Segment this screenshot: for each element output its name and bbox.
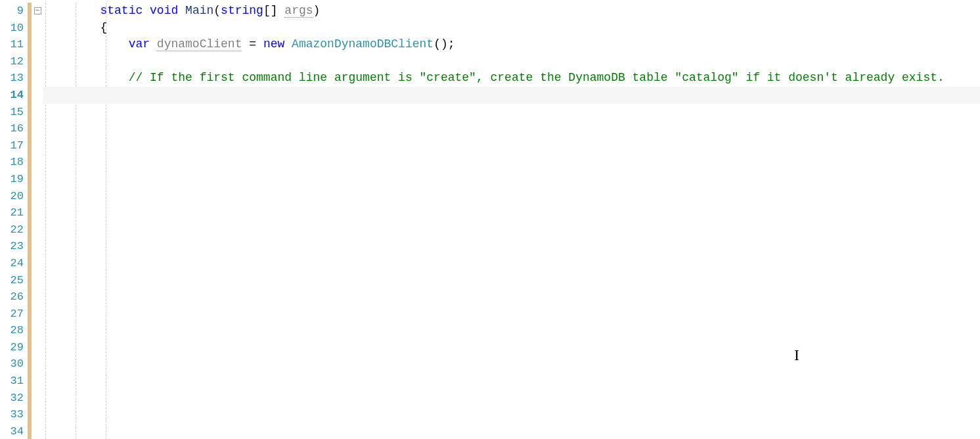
line-number: 13 (0, 70, 28, 87)
code-line[interactable] (43, 154, 980, 171)
line-number: 22 (0, 221, 28, 239)
indent (43, 37, 129, 51)
method-name: Main (185, 4, 213, 17)
line-number: 19 (0, 171, 28, 188)
line-number-gutter: 9101112131415161718192021222324252627282… (0, 0, 28, 439)
line-number: 11 (0, 36, 28, 53)
line-number: 32 (0, 390, 28, 407)
line-number: 25 (0, 272, 28, 289)
code-line[interactable] (43, 204, 980, 221)
keyword-var: var (129, 37, 150, 51)
line-number: 14 (0, 87, 28, 104)
fold-toggle[interactable]: − (34, 7, 41, 14)
code-line[interactable] (43, 221, 980, 239)
paren-open: ( (213, 4, 221, 17)
code-line[interactable] (43, 289, 980, 306)
comment: // If the first command line argument is… (129, 71, 945, 84)
code-line[interactable] (43, 373, 980, 390)
code-line[interactable] (43, 120, 980, 137)
line-number: 33 (0, 406, 28, 423)
code-line[interactable] (43, 406, 980, 423)
array-brackets: [] (263, 4, 278, 17)
code-line[interactable]: var dynamoClient = new AmazonDynamoDBCli… (43, 36, 980, 53)
line-number: 20 (0, 188, 28, 205)
line-number: 26 (0, 289, 28, 306)
code-line-current[interactable] (43, 87, 980, 104)
line-number: 29 (0, 339, 28, 356)
var-dynamoclient: dynamoClient (157, 37, 242, 51)
line-number: 28 (0, 322, 28, 339)
code-line[interactable] (43, 255, 980, 272)
line-number: 9 (0, 3, 28, 20)
code-line[interactable] (43, 272, 980, 289)
line-number: 27 (0, 306, 28, 323)
code-line[interactable] (43, 423, 980, 439)
code-line[interactable] (43, 137, 980, 154)
code-line[interactable] (43, 171, 980, 188)
code-line[interactable] (43, 356, 980, 373)
code-line[interactable] (43, 238, 980, 255)
code-line[interactable]: static void Main(string[] args) (43, 3, 980, 20)
fold-column: − (32, 0, 43, 439)
code-editor[interactable]: 9101112131415161718192021222324252627282… (0, 0, 980, 439)
line-number: 16 (0, 120, 28, 137)
code-line[interactable] (43, 104, 980, 121)
call-tail: (); (434, 37, 455, 51)
indent (43, 4, 100, 17)
line-number: 17 (0, 137, 28, 154)
line-number: 21 (0, 204, 28, 221)
code-line[interactable] (43, 188, 980, 205)
brace-open: { (100, 21, 107, 34)
line-number: 24 (0, 255, 28, 272)
class-amazondynamodbclient: AmazonDynamoDBClient (292, 37, 434, 51)
line-number: 31 (0, 373, 28, 390)
type-string: string (221, 4, 263, 17)
paren-close: ) (313, 4, 321, 17)
keyword-new: new (263, 37, 284, 51)
indent (43, 71, 129, 84)
keyword-void: void (150, 4, 178, 17)
indent (43, 21, 100, 34)
code-line[interactable] (43, 306, 980, 323)
code-line[interactable] (43, 390, 980, 407)
line-number: 15 (0, 104, 28, 121)
line-number: 12 (0, 53, 28, 70)
keyword-static: static (100, 4, 143, 17)
line-number: 34 (0, 423, 28, 439)
code-area[interactable]: static void Main(string[] args) { var dy… (43, 0, 980, 439)
param-args: args (284, 4, 313, 18)
code-line[interactable] (43, 53, 980, 70)
line-number: 23 (0, 238, 28, 255)
line-number: 30 (0, 356, 28, 373)
line-number: 10 (0, 20, 28, 37)
code-line[interactable] (43, 322, 980, 339)
assign-op: = (242, 37, 263, 51)
code-line[interactable] (43, 339, 980, 356)
line-number: 18 (0, 154, 28, 171)
code-line[interactable]: { (43, 20, 980, 37)
code-line[interactable]: // If the first command line argument is… (43, 70, 980, 87)
